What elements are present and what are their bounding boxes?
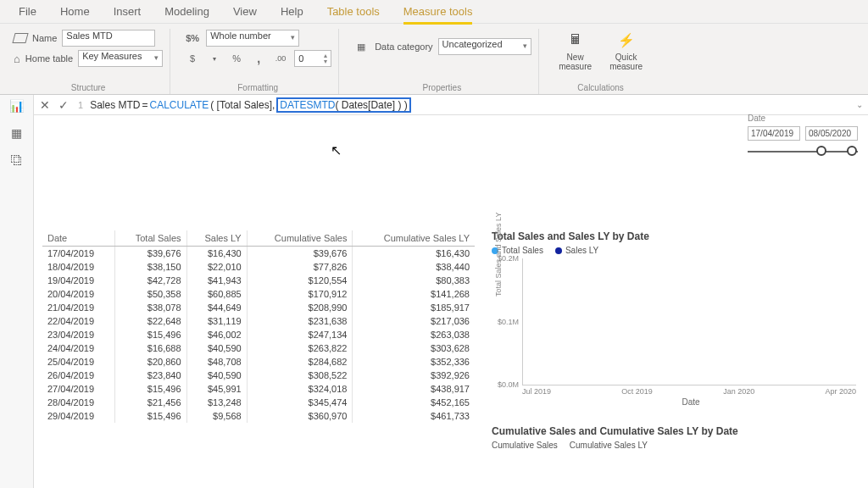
table-row[interactable]: 24/04/2019$16,688$40,590$263,822$303,628 xyxy=(42,341,475,355)
table-cell: $263,822 xyxy=(247,341,353,355)
new-measure-button[interactable]: 🖩 New measure xyxy=(553,29,598,71)
tab-table-tools[interactable]: Table tools xyxy=(315,1,392,22)
table-cell: 24/04/2019 xyxy=(42,341,115,355)
table-cell: $42,728 xyxy=(115,274,187,287)
date-slicer[interactable]: Date 17/04/2019 08/05/2020 xyxy=(748,114,858,152)
sales-table: Date Total Sales Sales LY Cumulative Sal… xyxy=(42,230,475,423)
table-row[interactable]: 21/04/2019$38,078$44,649$208,990$185,917 xyxy=(42,301,475,314)
legend-label-sales-ly: Sales LY xyxy=(565,246,598,255)
formula-bar-row: ✕ ✓ 1 Sales MTD = CALCULATE ( [Total Sal… xyxy=(34,95,868,115)
table-cell: $38,078 xyxy=(115,301,187,314)
table-cell: $284,682 xyxy=(247,355,353,369)
menu-tabs: File Home Insert Modeling View Help Tabl… xyxy=(0,0,868,24)
formula-commit-button[interactable]: ✓ xyxy=(54,98,73,112)
col-sales-ly[interactable]: Sales LY xyxy=(186,230,247,247)
table-cell: 20/04/2019 xyxy=(42,287,115,301)
format-select[interactable]: Whole number xyxy=(206,30,299,47)
table-cell: $23,840 xyxy=(115,369,187,382)
table-row[interactable]: 26/04/2019$23,840$40,590$308,522$392,926 xyxy=(42,369,475,382)
table-cell: $16,430 xyxy=(186,247,247,261)
report-view-icon[interactable]: 📊 xyxy=(8,98,26,114)
model-view-icon[interactable]: ⿻ xyxy=(8,152,26,168)
table-cell: $22,648 xyxy=(115,314,187,328)
chart1-xtick-2: Jan 2020 xyxy=(723,387,754,396)
table-cell: $46,002 xyxy=(186,328,247,341)
currency-button[interactable]: $ xyxy=(184,50,201,67)
name-label: Name xyxy=(32,33,57,43)
data-category-select[interactable]: Uncategorized xyxy=(438,38,531,55)
table-row[interactable]: 27/04/2019$15,496$45,991$324,018$438,917 xyxy=(42,382,475,396)
slider-handle-end[interactable] xyxy=(847,146,857,156)
col-total-sales[interactable]: Total Sales xyxy=(115,230,187,247)
formula-eq: = xyxy=(142,99,147,111)
table-cell: 22/04/2019 xyxy=(42,314,115,328)
currency-dropdown[interactable]: ▾ xyxy=(206,50,223,67)
thousands-separator-button[interactable]: , xyxy=(250,50,267,67)
slicer-date-from[interactable]: 17/04/2019 xyxy=(748,126,800,141)
table-cell: $80,383 xyxy=(353,274,475,287)
decimals-icon: .00 xyxy=(272,50,289,67)
table-cell: $40,590 xyxy=(186,341,247,355)
table-cell: $170,912 xyxy=(247,287,353,301)
mouse-cursor-icon: ↖ xyxy=(331,142,342,158)
legend-label-cum-sales: Cumulative Sales xyxy=(492,441,558,450)
slicer-slider[interactable] xyxy=(748,151,858,152)
chart1-plot-area: Total Sales and Sales LY $0.2M $0.1M $0.… xyxy=(522,258,856,385)
col-date[interactable]: Date xyxy=(42,230,115,247)
table-cell: $120,554 xyxy=(247,274,353,287)
decimals-stepper[interactable]: 0 ▴▾ xyxy=(294,50,331,67)
slicer-date-to[interactable]: 08/05/2020 xyxy=(805,126,858,141)
table-row[interactable]: 22/04/2019$22,648$31,119$231,638$217,036 xyxy=(42,314,475,328)
table-visual[interactable]: Date Total Sales Sales LY Cumulative Sal… xyxy=(42,230,475,455)
table-cell: $38,150 xyxy=(115,260,187,274)
tab-file[interactable]: File xyxy=(7,1,48,22)
tab-insert[interactable]: Insert xyxy=(102,1,153,22)
tab-measure-tools[interactable]: Measure tools xyxy=(392,1,485,22)
table-cell: $77,826 xyxy=(247,260,353,274)
tab-modeling[interactable]: Modeling xyxy=(153,1,221,22)
slider-handle-start[interactable] xyxy=(816,146,826,156)
legend-label-cum-sales-ly: Cumulative Sales LY xyxy=(570,441,648,450)
table-row[interactable]: 17/04/2019$39,676$16,430$39,676$16,430 xyxy=(42,247,475,261)
table-row[interactable]: 29/04/2019$15,496$9,568$360,970$461,733 xyxy=(42,409,475,423)
tab-help[interactable]: Help xyxy=(269,1,315,22)
chart2-title: Cumulative Sales and Cumulative Sales LY… xyxy=(492,425,860,437)
measure-name-input[interactable]: Sales MTD xyxy=(62,30,155,47)
table-cell: $21,456 xyxy=(115,396,187,409)
tab-home[interactable]: Home xyxy=(48,1,102,22)
home-table-select[interactable]: Key Measures xyxy=(78,50,163,67)
home-icon: ⌂ xyxy=(14,53,20,65)
group-label-properties: Properties xyxy=(353,83,531,92)
table-cell: $208,990 xyxy=(247,301,353,314)
table-row[interactable]: 18/04/2019$38,150$22,010$77,826$38,440 xyxy=(42,260,475,274)
table-row[interactable]: 28/04/2019$21,456$13,248$345,474$452,165 xyxy=(42,396,475,409)
chart1-title: Total Sales and Sales LY by Date xyxy=(492,230,860,242)
chart1-xtick-1: Oct 2019 xyxy=(621,387,653,396)
table-row[interactable]: 23/04/2019$15,496$46,002$247,134$263,038 xyxy=(42,328,475,341)
format-icon: $% xyxy=(184,30,201,47)
formula-fn-datesmtd: DATESMTD xyxy=(280,99,335,111)
table-cell: $15,496 xyxy=(115,328,187,341)
formula-cancel-button[interactable]: ✕ xyxy=(36,98,54,112)
tab-view[interactable]: View xyxy=(221,1,269,22)
formula-bar[interactable]: 1 Sales MTD = CALCULATE ( [Total Sales],… xyxy=(73,97,868,113)
table-row[interactable]: 20/04/2019$50,358$60,885$170,912$141,268 xyxy=(42,287,475,301)
table-cell: $308,522 xyxy=(247,369,353,382)
formula-expand-icon[interactable]: ⌄ xyxy=(856,100,863,109)
table-cell: $438,917 xyxy=(353,382,475,396)
quick-measure-button[interactable]: ⚡ Quick measure xyxy=(604,29,649,71)
legend-dot-sales-ly xyxy=(555,247,562,254)
chart-visual-1[interactable]: Total Sales and Sales LY by Date Total S… xyxy=(492,230,860,450)
lightning-icon: ⚡ xyxy=(615,29,637,51)
data-view-icon[interactable]: ▦ xyxy=(8,125,26,141)
percent-button[interactable]: % xyxy=(228,50,245,67)
table-cell: $461,733 xyxy=(353,409,475,423)
group-label-formatting: Formatting xyxy=(184,83,331,92)
table-row[interactable]: 25/04/2019$20,860$48,708$284,682$352,336 xyxy=(42,355,475,369)
table-cell: $15,496 xyxy=(115,382,187,396)
col-cum-sales-ly[interactable]: Cumulative Sales LY xyxy=(353,230,475,247)
table-row[interactable]: 19/04/2019$42,728$41,943$120,554$80,383 xyxy=(42,274,475,287)
table-cell: $303,628 xyxy=(353,341,475,355)
col-cum-sales[interactable]: Cumulative Sales xyxy=(247,230,353,247)
table-cell: $60,885 xyxy=(186,287,247,301)
